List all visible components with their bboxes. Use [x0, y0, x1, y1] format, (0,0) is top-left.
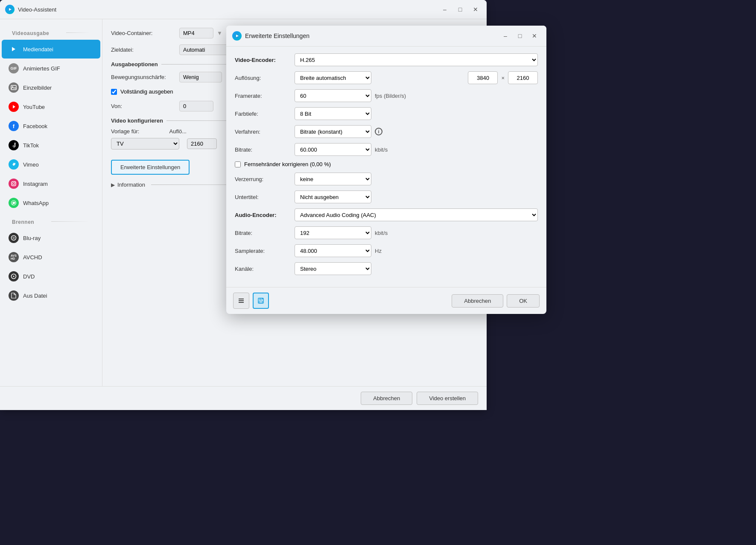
fernsehraender-row: Fernsehränder korrigieren (0,00 %): [235, 161, 538, 167]
window-controls: – □ ✕: [439, 3, 482, 15]
vollstaendig-checkbox[interactable]: [111, 89, 117, 95]
svg-point-13: [13, 276, 15, 277]
sidebar-item-facebook-label: Facebook: [23, 123, 47, 129]
sidebar-item-einzelbilder[interactable]: Einzelbilder: [2, 78, 100, 97]
sidebar-item-avchd-label: AVCHD: [23, 254, 42, 261]
svg-marker-5: [13, 105, 15, 108]
info-arrow-icon: ▶: [111, 182, 115, 188]
sidebar-item-aus-datei[interactable]: Aus Datei: [2, 286, 100, 305]
sidebar-item-facebook[interactable]: f Facebook: [2, 117, 100, 135]
dialog-maximize-button[interactable]: □: [514, 30, 526, 42]
sidebar-item-mediendatei-label: Mediendatei: [23, 46, 53, 53]
adv-settings-button[interactable]: Erweiterte Einstellungen: [111, 160, 190, 175]
sidebar-item-bluray[interactable]: Blu-ray: [2, 229, 100, 247]
dialog-close-button[interactable]: ✕: [528, 30, 540, 42]
save-tool-button[interactable]: [253, 293, 269, 309]
video-encoder-select[interactable]: H.265: [295, 53, 538, 66]
sidebar-item-mediendatei[interactable]: Mediendatei: [2, 40, 100, 59]
sidebar-item-einzelbilder-label: Einzelbilder: [23, 85, 52, 91]
dialog-window-controls: – □ ✕: [499, 30, 540, 42]
dialog-content: Video-Encoder: H.265 Auflösung: Breite a…: [226, 47, 546, 287]
untertitel-row: Untertitel: Nicht ausgeben: [235, 190, 538, 203]
verzerrung-label: Verzerrung:: [235, 176, 295, 182]
tiktok-icon: [9, 140, 19, 150]
sidebar-item-animiertes-gif[interactable]: GIF Animiertes GIF: [2, 59, 100, 78]
sidebar-item-vimeo[interactable]: Vimeo: [2, 155, 100, 174]
template-select[interactable]: TV: [111, 138, 179, 149]
kanaele-label: Kanäle:: [235, 266, 295, 272]
sidebar-item-bluray-label: Blu-ray: [23, 235, 41, 241]
sidebar-item-tiktok[interactable]: TikTok: [2, 136, 100, 155]
audio-bitrate-label: Bitrate:: [235, 230, 295, 236]
svg-point-7: [13, 183, 15, 185]
res-y-input[interactable]: [508, 71, 538, 84]
resolution-input[interactable]: [187, 138, 217, 149]
whatsapp-icon: [9, 198, 19, 208]
sidebar-item-youtube[interactable]: YouTube: [2, 97, 100, 116]
kanaele-select[interactable]: Stereo: [295, 262, 371, 275]
framerate-row: Framerate: 60 fps (Bilder/s): [235, 89, 538, 102]
bewegungsunschaerfe-input[interactable]: [179, 72, 222, 82]
fps-label: fps (Bilder/s): [375, 93, 406, 99]
framerate-select[interactable]: 60: [295, 89, 371, 102]
fernsehraender-checkbox[interactable]: [235, 161, 241, 167]
video-container-label: Video-Container:: [111, 30, 179, 36]
res-x-input[interactable]: [468, 71, 498, 84]
audio-encoder-row: Audio-Encoder: Advanced Audio Coding (AA…: [235, 208, 538, 221]
verfahren-info-icon[interactable]: i: [375, 128, 382, 135]
sidebar-item-avchd[interactable]: AVSHD AVCHD: [2, 248, 100, 267]
instagram-icon: [9, 179, 19, 189]
untertitel-select[interactable]: Nicht ausgeben: [295, 190, 371, 203]
framerate-label: Framerate:: [235, 93, 295, 99]
advanced-settings-dialog: Erweiterte Einstellungen – □ ✕ Video-Enc…: [226, 26, 546, 314]
abbrechen-button[interactable]: Abbrechen: [361, 392, 412, 405]
video-container-input[interactable]: [179, 28, 213, 38]
video-encoder-row: Video-Encoder: H.265: [235, 53, 538, 66]
bewegungsunschaerfe-label: Bewegungsunschärfe:: [111, 74, 179, 80]
minimize-button[interactable]: –: [439, 3, 451, 15]
bitrate-select[interactable]: 60.000: [295, 143, 371, 156]
sidebar-item-aus-datei-label: Aus Datei: [23, 293, 47, 299]
von-input[interactable]: [179, 101, 213, 111]
dialog-title: Erweiterte Einstellungen: [245, 32, 496, 39]
sidebar-item-dvd[interactable]: DVD: [2, 267, 100, 286]
verzerrung-select[interactable]: keine: [295, 173, 371, 185]
dialog-aufloesung-label: Auflösung:: [235, 75, 295, 81]
svg-rect-20: [259, 298, 262, 300]
verfahren-select[interactable]: Bitrate (konstant): [295, 125, 371, 138]
sidebar-item-whatsapp[interactable]: WhatsApp: [2, 193, 100, 212]
reset-tool-button[interactable]: [233, 293, 249, 309]
audio-kbits-label: kbit/s: [375, 230, 388, 236]
von-label: Von:: [111, 103, 179, 109]
close-button[interactable]: ✕: [470, 3, 482, 15]
brennen-section-label: Brennen: [5, 216, 41, 227]
vorlage-fuer-label: Vorlage für:: [111, 128, 140, 135]
aufloesung-select[interactable]: Breite automatisch: [295, 71, 371, 84]
zieldatei-label: Zieldatei:: [111, 47, 179, 53]
svg-point-10: [12, 236, 16, 240]
dialog-minimize-button[interactable]: –: [499, 30, 511, 42]
dialog-abbrechen-button[interactable]: Abbrechen: [452, 294, 503, 308]
farbtiefe-select[interactable]: 8 Bit: [295, 107, 371, 120]
verfahren-row: Verfahren: Bitrate (konstant) i: [235, 125, 538, 138]
maximize-button[interactable]: □: [454, 3, 466, 15]
video-konfigurieren-label: Video konfigurieren: [111, 117, 163, 124]
photo-icon: [9, 82, 19, 93]
sidebar-item-gif-label: Animiertes GIF: [23, 65, 60, 72]
app-title: Video-Assistent: [18, 6, 439, 13]
samplerate-select[interactable]: 48.000: [295, 244, 371, 257]
dialog-ok-button[interactable]: OK: [507, 294, 540, 308]
sidebar-item-instagram[interactable]: Instagram: [2, 174, 100, 193]
audio-encoder-select[interactable]: Advanced Audio Coding (AAC): [295, 208, 538, 221]
audio-bitrate-select[interactable]: 192: [295, 226, 371, 239]
svg-point-8: [15, 182, 16, 183]
dialog-title-bar: Erweiterte Einstellungen – □ ✕: [226, 26, 546, 47]
kbits-label: kbit/s: [375, 147, 388, 153]
verfahren-label: Verfahren:: [235, 129, 295, 135]
untertitel-label: Untertitel:: [235, 194, 295, 200]
vimeo-icon: [9, 159, 19, 170]
dvd-icon: [9, 271, 19, 281]
vollstaendig-label: Vollständig ausgeben: [120, 88, 173, 95]
verzerrung-row: Verzerrung: keine: [235, 173, 538, 185]
video-erstellen-button[interactable]: Video erstellen: [417, 392, 478, 405]
